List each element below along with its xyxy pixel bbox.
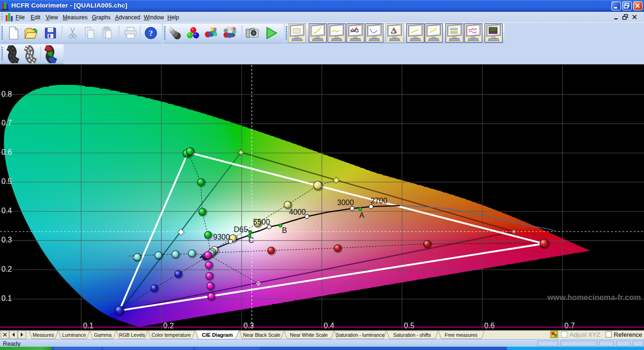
- svg-text:0.1: 0.1: [83, 322, 93, 330]
- svg-text:0.7: 0.7: [1, 119, 12, 127]
- svg-text:www.homecinema-fr.com: www.homecinema-fr.com: [547, 293, 641, 301]
- svg-text:D65: D65: [234, 225, 248, 233]
- svg-text:0.3: 0.3: [244, 322, 254, 330]
- svg-text:0.7: 0.7: [564, 322, 575, 330]
- svg-text:Near Black Scale: Near Black Scale: [243, 332, 281, 338]
- svg-text:0.8: 0.8: [1, 90, 12, 98]
- svg-text:0.5: 0.5: [1, 177, 12, 185]
- svg-text:B: B: [282, 226, 287, 234]
- svg-text:0.6: 0.6: [1, 148, 12, 156]
- svg-text:Near White Scale: Near White Scale: [290, 332, 328, 338]
- svg-text:Saturation - luminance: Saturation - luminance: [336, 332, 385, 338]
- svg-text:9300: 9300: [213, 233, 230, 241]
- svg-text:4000: 4000: [289, 208, 306, 216]
- svg-text:5500: 5500: [253, 218, 270, 226]
- svg-text:Measures: Measures: [33, 332, 54, 338]
- svg-text:Saturation - shifts: Saturation - shifts: [393, 332, 431, 338]
- svg-text:0.5: 0.5: [404, 322, 414, 330]
- svg-text:3000: 3000: [337, 199, 354, 207]
- svg-text:0.2: 0.2: [163, 322, 173, 330]
- svg-text:Gamma: Gamma: [94, 332, 112, 338]
- svg-text:0.4: 0.4: [324, 322, 334, 330]
- svg-text:2700: 2700: [371, 197, 388, 205]
- svg-text:Free measures: Free measures: [445, 332, 477, 338]
- svg-text:0.2: 0.2: [1, 265, 12, 273]
- svg-text:0.3: 0.3: [1, 236, 12, 244]
- svg-text:A: A: [359, 211, 364, 219]
- svg-text:Reference: Reference: [614, 331, 642, 338]
- svg-text:CIE Diagram: CIE Diagram: [202, 332, 233, 338]
- svg-text:Color temperature: Color temperature: [152, 332, 191, 338]
- svg-text:Adjust XYZ: Adjust XYZ: [570, 331, 600, 338]
- svg-text:C: C: [248, 236, 254, 244]
- svg-text:Luminance: Luminance: [62, 332, 86, 338]
- svg-text:0.6: 0.6: [484, 322, 495, 330]
- svg-text:0.4: 0.4: [1, 207, 12, 215]
- svg-text:0.1: 0.1: [1, 294, 12, 302]
- svg-text:RGB Levels: RGB Levels: [119, 332, 145, 338]
